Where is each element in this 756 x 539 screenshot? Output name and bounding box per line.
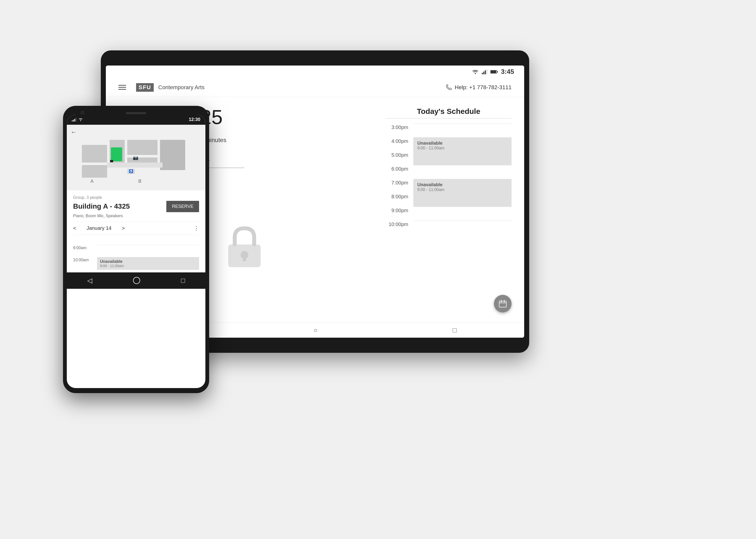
date-more-button[interactable]: ⋮ [193, 225, 199, 232]
svg-rect-10 [243, 256, 246, 261]
tablet-schedule-row: 4:00pmUnavailable9:00 - 11:00am [386, 137, 511, 151]
svg-point-19 [80, 120, 81, 121]
phone-unavail-title: Unavailable [100, 259, 196, 264]
phone-schedule: 9:00am10:00amUnavailable9:00 - 11:00am [67, 242, 205, 272]
phone-back-nav[interactable]: ◁ [87, 277, 92, 284]
schedule-block-area: Unavailable9:00 - 11:00am [413, 137, 511, 151]
phone-room-info: Group, 3 people Building A - 4325 RESERV… [67, 190, 205, 242]
phone-date-label: January 14 [81, 225, 117, 231]
schedule-time-label: 7:00pm [386, 179, 408, 186]
tablet-status-bar: 3:45 [106, 65, 524, 78]
svg-rect-6 [497, 71, 498, 73]
sfu-logo-text: Contemporary Arts [158, 84, 204, 91]
help-label: Help: +1 778-782-3111 [455, 84, 511, 91]
wifi-icon [472, 69, 479, 74]
unavailable-time: 9:00 - 11:00am [417, 188, 507, 192]
svg-text:♿: ♿ [129, 169, 133, 173]
recent-nav-button[interactable]: □ [453, 326, 457, 334]
svg-rect-4 [487, 69, 488, 74]
tablet-status-icons: 3:45 [472, 68, 514, 76]
calendar-icon [499, 300, 507, 308]
lock-icon [224, 225, 265, 270]
schedule-time-label: 3:00pm [386, 123, 408, 130]
phone-sched-time: 9:00am [73, 245, 93, 250]
schedule-block-area [413, 123, 511, 137]
schedule-title: Today's Schedule [386, 107, 511, 116]
phone-nav-bar: ◁ □ [67, 272, 205, 289]
svg-rect-21 [82, 145, 107, 163]
schedule-time-label: 4:00pm [386, 137, 408, 144]
phone-camera [81, 111, 84, 115]
schedule-time-label: 9:00pm [386, 207, 408, 213]
phone-schedule-row: 9:00am [73, 245, 199, 257]
tablet-schedule-row: 8:00pm [386, 193, 511, 207]
svg-rect-25 [110, 160, 113, 162]
phone-schedule-row: 10:00amUnavailable9:00 - 11:00am [73, 257, 199, 270]
phone-status-bar: 12:30 [67, 115, 205, 125]
date-prev-button[interactable]: < [73, 225, 76, 232]
schedule-block-area [413, 151, 511, 165]
tablet-right-panel: Today's Schedule 3:00pm4:00pmUnavailable… [386, 107, 511, 312]
phone-wifi-icon [78, 118, 83, 121]
phone-sched-time: 10:00am [73, 257, 93, 262]
phone-unavailable-block: Unavailable9:00 - 11:00am [97, 257, 199, 270]
phone-home-nav[interactable] [133, 277, 140, 284]
tablet-time: 3:45 [501, 68, 514, 76]
tablet-schedule-row: 5:00pm [386, 151, 511, 165]
phone-unavail-time: 9:00 - 11:00am [100, 264, 196, 268]
schedule-block-area [413, 165, 511, 179]
svg-text:B: B [138, 179, 141, 184]
svg-rect-17 [74, 119, 75, 121]
svg-rect-26 [127, 140, 158, 155]
date-next-button[interactable]: > [122, 225, 125, 232]
tablet-logo: SFU Contemporary Arts [136, 83, 204, 92]
phone-amenities: Piano, Boom Mic, Speakers [73, 214, 199, 218]
phone-sched-block [97, 245, 199, 257]
phone-icon [446, 84, 452, 91]
home-nav-button[interactable]: ○ [314, 326, 318, 334]
svg-rect-24 [111, 147, 122, 161]
phone-sched-block: Unavailable9:00 - 11:00am [97, 257, 199, 270]
tablet-help[interactable]: Help: +1 778-782-3111 [446, 84, 511, 91]
svg-rect-18 [76, 118, 76, 121]
phone-signal-icon [72, 118, 76, 121]
phone-back-button[interactable]: ← [71, 128, 77, 135]
phone-map-area: ← [67, 125, 205, 190]
svg-rect-22 [82, 165, 107, 178]
svg-text:A: A [91, 179, 94, 184]
floor-plan-svg: 📷 A B ♿ [67, 125, 205, 190]
tablet-schedule-row: 10:00pm [386, 220, 511, 234]
tablet-schedule-row: 3:00pm [386, 123, 511, 137]
phone-device: 12:30 ← [63, 106, 209, 393]
battery-icon [491, 70, 498, 74]
svg-text:📷: 📷 [133, 155, 139, 161]
schedule-time-label: 8:00pm [386, 193, 408, 199]
scene: 3:45 SFU Contemporary Arts [50, 30, 706, 509]
tablet-nav-left: SFU Contemporary Arts [118, 83, 204, 92]
schedule-block-area: Unavailable9:00 - 11:00am [413, 179, 511, 193]
reserve-button[interactable]: RESERVE [166, 201, 199, 212]
phone-room-row: Building A - 4325 RESERVE [73, 201, 199, 212]
phone-screen: 12:30 ← [67, 115, 205, 388]
phone-time: 12:30 [189, 117, 200, 122]
schedule-time-label: 5:00pm [386, 151, 408, 158]
signal-icon [482, 69, 488, 74]
schedule-list: 3:00pm4:00pmUnavailable9:00 - 11:00am5:0… [386, 123, 511, 234]
svg-rect-7 [491, 71, 496, 73]
sfu-logo-box: SFU [136, 83, 154, 92]
svg-rect-28 [160, 140, 185, 170]
phone-group-label: Group, 3 people [73, 195, 199, 200]
schedule-divider [386, 118, 511, 118]
fab-calendar-button[interactable] [494, 295, 511, 312]
phone-recent-nav[interactable]: □ [181, 277, 185, 284]
svg-rect-11 [499, 301, 506, 307]
hamburger-menu[interactable] [118, 85, 126, 90]
svg-rect-1 [482, 73, 483, 74]
phone-status-left [72, 118, 83, 121]
tablet-schedule-row: 7:00pmUnavailable9:00 - 11:00am [386, 179, 511, 193]
svg-rect-16 [73, 120, 74, 121]
schedule-time-label: 10:00pm [386, 220, 408, 227]
schedule-block-area [413, 193, 511, 207]
unavailable-time: 9:00 - 11:00am [417, 146, 507, 150]
svg-rect-29 [107, 163, 163, 168]
